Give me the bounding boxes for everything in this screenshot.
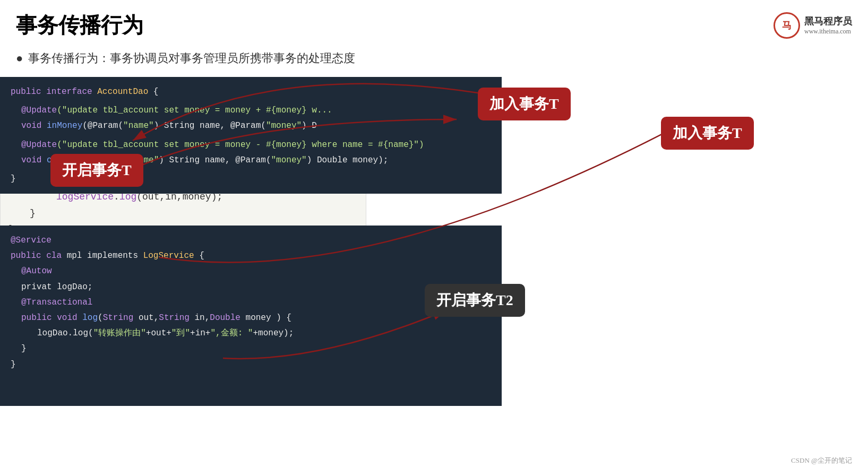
brand-logo: 马 黑马程序员 www.itheima.com bbox=[774, 12, 852, 39]
bubble-join-t2: 加入事务T bbox=[661, 117, 754, 150]
logo-icon: 马 bbox=[774, 12, 800, 39]
footer-text: CSDN @尘开的笔记 bbox=[791, 456, 852, 464]
page-header: 事务传播行为 马 黑马程序员 www.itheima.com bbox=[0, 0, 868, 45]
bubble-start-t: 开启事务T bbox=[50, 154, 143, 187]
page-title: 事务传播行为 bbox=[16, 11, 143, 40]
brand-url: www.itheima.com bbox=[804, 28, 852, 36]
main-content: @Transactional public void transfer(Stri… bbox=[0, 77, 868, 406]
subtitle-section: ● 事务传播行为：事务协调员对事务管理员所携带事务的处理态度 bbox=[0, 45, 868, 77]
bullet-icon: ● bbox=[16, 51, 23, 65]
footer: CSDN @尘开的笔记 bbox=[791, 456, 852, 465]
bubble-start-t2: 开启事务T2 bbox=[425, 284, 525, 317]
brand-name: 黑马程序员 bbox=[804, 15, 852, 28]
subtitle-item: ● 事务传播行为：事务协调员对事务管理员所携带事务的处理态度 bbox=[16, 50, 852, 66]
bubble-join-t1: 加入事务T bbox=[478, 88, 571, 120]
subtitle-text: 事务传播行为：事务协调员对事务管理员所携带事务的处理态度 bbox=[28, 50, 355, 66]
